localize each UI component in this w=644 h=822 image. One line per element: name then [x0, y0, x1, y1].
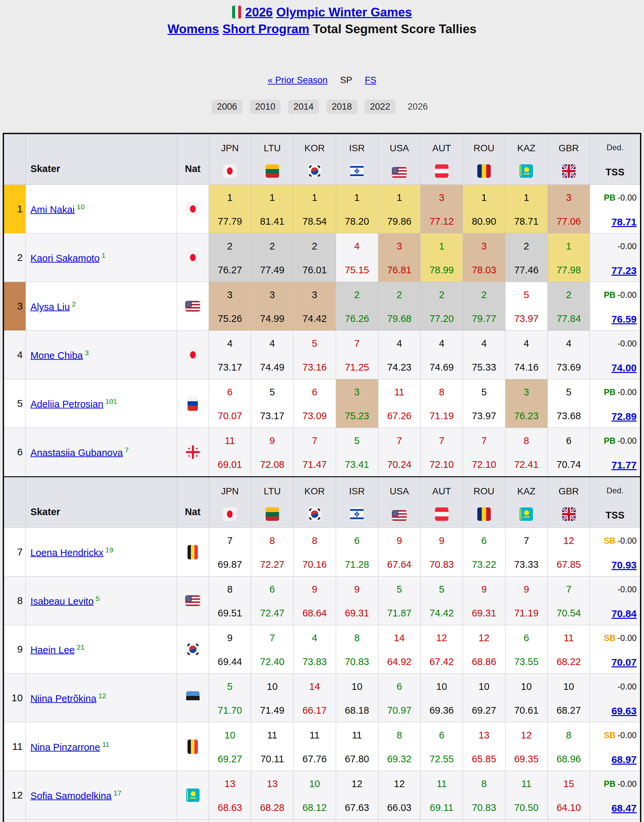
- year-button-2014[interactable]: 2014: [288, 99, 319, 114]
- judge-score: 78.20: [345, 216, 369, 227]
- rank-header-cell: [3, 477, 26, 528]
- tss-link[interactable]: 70.07: [612, 657, 636, 668]
- bel-flag-icon: [187, 545, 198, 559]
- tss-link[interactable]: 74.00: [612, 362, 636, 373]
- judge-rank: 1: [270, 192, 275, 203]
- skater-link[interactable]: Nina Pinzarrone: [31, 741, 100, 752]
- tss-header-label: TSS: [606, 167, 624, 178]
- skater-link[interactable]: Haein Lee: [31, 644, 75, 655]
- rank-cell: 6: [3, 428, 26, 477]
- year-button-2006[interactable]: 2006: [212, 99, 242, 114]
- rou-flag-icon: [477, 164, 491, 178]
- bel-flag-icon: [187, 739, 198, 754]
- skater-link[interactable]: Isabeau Levito: [31, 595, 94, 606]
- judge-rank: 8: [524, 435, 529, 446]
- judge-score: 69.31: [472, 608, 497, 619]
- skater-superscript: 19: [105, 546, 113, 554]
- judge-rank: 11: [563, 632, 573, 644]
- judge-rank: 12: [351, 778, 362, 790]
- skater-link[interactable]: Alysa Liu: [31, 301, 70, 312]
- judge-cell-JPN: 473.17: [209, 331, 251, 379]
- aut-flag-icon: [435, 507, 448, 521]
- judge-cell-USA: 1266.03: [378, 771, 420, 820]
- tss-link[interactable]: 76.59: [612, 314, 636, 325]
- ded-tss-cell: PB-0.0072.89: [590, 379, 641, 428]
- skater-link[interactable]: Loena Hendrickx: [31, 547, 104, 558]
- skater-row-8: 8Isabeau Levito5869.51672.47968.64969.31…: [3, 577, 641, 625]
- skater-link[interactable]: Anastasiia Gubanova: [31, 447, 123, 458]
- judge-score: 66.17: [302, 705, 327, 716]
- judge-rank: 11: [394, 387, 404, 398]
- tss-link[interactable]: 69.63: [612, 705, 636, 717]
- fs-link[interactable]: FS: [365, 75, 377, 85]
- judge-cell-KAZ: 1170.50: [505, 771, 547, 820]
- judge-rank: 6: [354, 535, 360, 546]
- judge-cell-LTU: 181.41: [251, 185, 293, 233]
- kaz-flag-icon: [520, 164, 533, 178]
- usa-flag-icon: [185, 301, 200, 312]
- tss-link[interactable]: 68.97: [612, 754, 636, 765]
- year-button-2022[interactable]: 2022: [365, 99, 396, 114]
- judge-code-label: ISR: [349, 486, 365, 497]
- judge-rank: 7: [270, 632, 275, 644]
- judge-score: 77.84: [557, 313, 581, 324]
- judge-cell-ROU: 378.03: [463, 233, 505, 282]
- tss-link[interactable]: 68.47: [612, 802, 636, 814]
- tss-link[interactable]: 70.84: [612, 608, 636, 620]
- judge-rank: 1: [312, 192, 317, 203]
- judge-cell-AUT: 871.19: [421, 379, 463, 428]
- title-year-link[interactable]: 2026: [245, 5, 273, 19]
- judge-rank: 9: [524, 584, 529, 595]
- tss-link[interactable]: 78.71: [612, 216, 636, 228]
- year-buttons-bar: 200620102014201820222026: [0, 99, 644, 114]
- judge-score: 68.27: [557, 705, 581, 716]
- judge-cell-ROU: 1268.86: [463, 625, 505, 674]
- skater-link[interactable]: Sofia Samodelkina: [31, 790, 112, 801]
- judge-header-cell-JPN: JPN: [209, 477, 251, 528]
- judge-rank: 1: [227, 192, 232, 203]
- skater-row-7: 7Loena Hendrickx19769.87872.27870.16671.…: [3, 528, 641, 577]
- judge-cell-GBR: 177.98: [547, 233, 590, 282]
- skater-row-4: 4Mone Chiba3473.17474.49573.16771.25474.…: [3, 331, 641, 379]
- title-gender-link[interactable]: Womens: [167, 22, 219, 36]
- est-flag-icon: [186, 691, 199, 705]
- page: 2026 Olympic Winter Games Womens Short P…: [0, 0, 644, 822]
- title-games-link[interactable]: Olympic Winter Games: [276, 5, 412, 19]
- skater-superscript: 3: [85, 349, 89, 357]
- judge-cell-ROU: 1069.27: [463, 674, 505, 723]
- judge-rank: 12: [563, 535, 574, 546]
- italy-flag-icon: [232, 5, 241, 19]
- tss-link[interactable]: 72.89: [612, 411, 636, 422]
- judge-code-label: KAZ: [517, 486, 535, 497]
- rank-cell: 4: [3, 331, 26, 379]
- ded-tss-cell: PB-0.0076.59: [590, 282, 641, 331]
- judge-score: 69.51: [218, 608, 242, 619]
- deduction-value: -0.00: [618, 536, 636, 545]
- judge-score: 68.64: [302, 608, 327, 619]
- partial-cell: [209, 820, 251, 822]
- tss-link[interactable]: 70.93: [612, 559, 636, 571]
- nat-cell: [177, 331, 209, 379]
- usa-flag-icon: [392, 167, 407, 178]
- judge-cell-AUT: 1069.36: [421, 674, 463, 723]
- ded-tss-cell: PB-0.0071.77: [590, 428, 641, 477]
- tss-link[interactable]: 71.77: [612, 459, 636, 471]
- pb-badge: PB: [604, 779, 615, 788]
- judge-score: 72.27: [260, 559, 284, 570]
- tss-link[interactable]: 77.23: [612, 265, 636, 276]
- prior-season-link[interactable]: « Prior Season: [268, 75, 328, 85]
- skater-link[interactable]: Kaori Sakamoto: [31, 253, 100, 263]
- title-segment-link[interactable]: Short Program: [222, 22, 309, 36]
- skater-link[interactable]: Niina Petrõkina: [31, 693, 97, 704]
- judge-rank: 2: [354, 289, 360, 300]
- pb-badge: PB: [604, 290, 615, 300]
- judge-header-cell-KAZ: KAZ: [505, 133, 547, 185]
- judge-cell-GBR: 1168.22: [547, 625, 590, 674]
- year-button-2018[interactable]: 2018: [327, 99, 357, 114]
- skater-link[interactable]: Adeliia Petrosian: [31, 398, 104, 409]
- skater-link[interactable]: Ami Nakai: [31, 204, 75, 214]
- skater-link[interactable]: Mone Chiba: [31, 350, 83, 361]
- judge-score: 71.19: [514, 608, 539, 619]
- judge-rank: 8: [354, 632, 360, 644]
- year-button-2010[interactable]: 2010: [250, 99, 281, 114]
